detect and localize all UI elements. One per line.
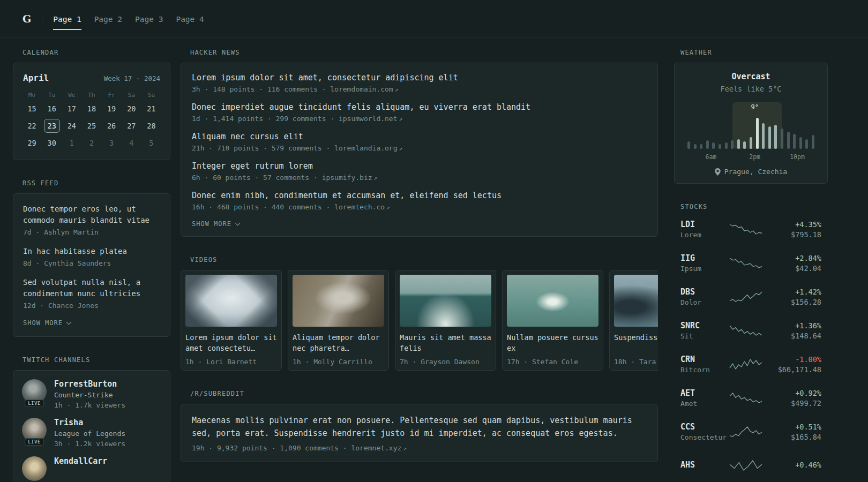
video-title[interactable]: Suspendisse diam <box>614 332 658 354</box>
stock-name: Consectetur <box>680 433 723 441</box>
video-title[interactable]: Aliquam tempor dolor nec pharetra… <box>293 332 384 354</box>
post-meta: 19h · 9,932 points · 1,090 comments · <box>192 444 351 452</box>
weather-bar <box>743 141 746 149</box>
hn-item-title[interactable]: Donec imperdiet augue tincidunt felis al… <box>192 102 647 112</box>
video-title[interactable]: Lorem ipsum dolor sit amet consectetu… <box>185 332 277 354</box>
videos-widget-title: VIDEOS <box>190 256 658 263</box>
page-tabs: Page 1 Page 2 Page 3 Page 4 <box>53 0 204 37</box>
stock-row[interactable]: CRN Bitcorn -1.00% $66,171.48 <box>674 352 828 376</box>
rss-show-more-button[interactable]: SHOW MORE <box>23 319 160 327</box>
stock-name: Amet <box>680 400 723 408</box>
rss-widget: RSS FEED Donec tempor eros leo, ut commo… <box>13 179 170 337</box>
tab-page-3[interactable]: Page 3 <box>135 7 163 30</box>
stock-row[interactable]: CCS Consectetur +0.51% $165.84 <box>674 419 828 444</box>
subreddit-widget: /R/SUBREDDIT Maecenas mollis pulvinar er… <box>181 390 658 462</box>
hackernews-widget: HACKER NEWS Lorem ipsum dolor sit amet, … <box>181 49 658 237</box>
stock-row[interactable]: SNRC Sit +1.36% $148.64 <box>674 318 828 343</box>
videos-carousel[interactable]: Lorem ipsum dolor sit amet consectetu… 1… <box>181 270 658 371</box>
hn-item-title[interactable]: Integer eget rutrum lorem <box>192 161 647 171</box>
weather-bar <box>731 140 734 149</box>
channel-avatar-wrap: LIVE <box>22 379 47 404</box>
tab-page-2[interactable]: Page 2 <box>94 7 122 30</box>
app-logo[interactable]: G <box>23 13 31 25</box>
weather-bar <box>712 142 715 149</box>
tab-page-4[interactable]: Page 4 <box>176 7 204 30</box>
rss-item-title[interactable]: In hac habitasse platea <box>23 246 160 257</box>
channel-game[interactable]: League of Legends <box>54 430 125 438</box>
stock-row[interactable]: AHS +0.46% <box>674 453 828 478</box>
channel-name[interactable]: ForrestBurton <box>54 379 125 389</box>
center-column: HACKER NEWS Lorem ipsum dolor sit amet, … <box>181 49 658 462</box>
channel-name[interactable]: Trisha <box>54 418 125 427</box>
stock-change: +0.46% <box>768 461 821 469</box>
calendar-day-header: We <box>62 92 81 99</box>
hn-item-domain-link[interactable]: ipsumify.biz <box>322 174 372 182</box>
tab-page-1[interactable]: Page 1 <box>53 7 81 30</box>
twitch-channel-item[interactable]: LIVE Trisha League of Legends 3h · 1.2k … <box>22 418 161 448</box>
stock-sparkline <box>729 357 763 371</box>
stock-sparkline <box>729 425 763 439</box>
video-title[interactable]: Mauris sit amet massa felis <box>400 332 491 354</box>
calendar-day: 28 <box>143 119 159 133</box>
video-thumbnail <box>293 275 384 327</box>
rss-item-meta: 12d · Chance Jones <box>23 302 160 310</box>
weather-peak-temp: 9° <box>751 103 759 111</box>
channel-avatar <box>22 456 47 481</box>
hn-item-meta: 3h · 148 points · 116 comments · <box>192 85 330 93</box>
stock-id: DBS Dolor <box>680 287 723 306</box>
calendar-day: 26 <box>103 119 119 133</box>
channel-game[interactable]: Counter-Strike <box>54 391 125 399</box>
hn-item-meta: 6h · 60 points · 57 comments · <box>192 174 322 182</box>
twitch-channel-item[interactable]: LIVE ForrestBurton Counter-Strike 1h · 1… <box>22 379 161 409</box>
stock-row[interactable]: AET Amet +0.92% $499.72 <box>674 386 828 410</box>
rss-item-title[interactable]: Donec tempor eros leo, ut commodo mauris… <box>23 204 160 226</box>
video-title[interactable]: Nullam posuere cursus ex <box>507 332 598 354</box>
calendar-day-header: Mo <box>22 92 42 99</box>
rss-item[interactable]: In hac habitasse platea 8d · Cynthia Sau… <box>23 246 160 267</box>
subreddit-card: Maecenas mollis pulvinar erat non posuer… <box>181 404 658 462</box>
hn-item-domain-link[interactable]: loremlandia.org <box>334 144 397 152</box>
calendar-day-header: Fr <box>102 92 122 99</box>
calendar-card: April Week 17 · 2024 Mo Tu We Th Fr Sa S… <box>13 63 170 160</box>
hn-show-more-button[interactable]: SHOW MORE <box>192 220 647 228</box>
map-pin-icon <box>715 168 721 176</box>
rss-item[interactable]: Donec tempor eros leo, ut commodo mauris… <box>23 204 160 236</box>
hn-item: Donec imperdiet augue tincidunt felis al… <box>192 102 647 123</box>
twitch-channel-item[interactable]: KendallCarr <box>22 456 161 481</box>
channel-name[interactable]: KendallCarr <box>54 456 107 466</box>
post-domain-link[interactable]: loremnet.xyz <box>351 444 401 452</box>
calendar-day-next-month: 1 <box>64 136 80 150</box>
stock-ticker: LDI <box>680 220 723 229</box>
weather-bar <box>781 129 783 149</box>
video-card[interactable]: Nullam posuere cursus ex 17h · Stefan Co… <box>502 270 603 371</box>
rss-item[interactable]: Sed volutpat nulla nisl, a condimentum n… <box>23 277 160 310</box>
hn-item-meta: 21h · 710 points · 579 comments · <box>192 144 334 152</box>
video-thumbnail <box>185 275 277 327</box>
weather-location: Prague, Czechia <box>724 168 787 176</box>
stock-values: +4.35% $795.18 <box>768 220 821 239</box>
hn-item-domain-link[interactable]: loremdomain.com <box>330 85 393 93</box>
navbar: G Page 1 Page 2 Page 3 Page 4 <box>0 0 868 37</box>
rss-item-title[interactable]: Sed volutpat nulla nisl, a condimentum n… <box>23 277 160 299</box>
video-card[interactable]: Aliquam tempor dolor nec pharetra… 1h · … <box>288 270 389 371</box>
video-card[interactable]: Mauris sit amet massa felis 7h · Grayson… <box>395 270 496 371</box>
hn-item-title[interactable]: Aliquam nec cursus elit <box>192 132 647 141</box>
stock-row[interactable]: IIG Ipsum +2.84% $42.04 <box>674 251 828 275</box>
stock-id: AET Amet <box>680 388 723 408</box>
calendar-day: 18 <box>84 102 100 116</box>
hn-item-title[interactable]: Lorem ipsum dolor sit amet, consectetur … <box>192 73 647 82</box>
stock-sparkline <box>729 323 763 337</box>
stock-row[interactable]: DBS Dolor +1.42% $156.28 <box>674 284 828 309</box>
calendar-day: 29 <box>24 136 40 150</box>
stock-row[interactable]: LDI Lorem +4.35% $795.18 <box>674 217 828 242</box>
hn-item-domain-link[interactable]: ipsumworld.net <box>339 115 398 123</box>
hn-item-domain-link[interactable]: loremtech.co <box>334 203 385 211</box>
stock-sparkline <box>729 290 763 304</box>
post-title[interactable]: Maecenas mollis pulvinar erat non posuer… <box>192 414 647 440</box>
hn-item-title[interactable]: Donec enim nibh, condimentum et accumsan… <box>192 191 647 200</box>
stock-price: $795.18 <box>768 230 821 239</box>
stock-price: $42.04 <box>768 264 821 273</box>
video-card[interactable]: Suspendisse diam 18h · Tara <box>609 270 658 371</box>
video-card[interactable]: Lorem ipsum dolor sit amet consectetu… 1… <box>181 270 282 371</box>
stock-values: +0.92% $499.72 <box>768 389 821 408</box>
